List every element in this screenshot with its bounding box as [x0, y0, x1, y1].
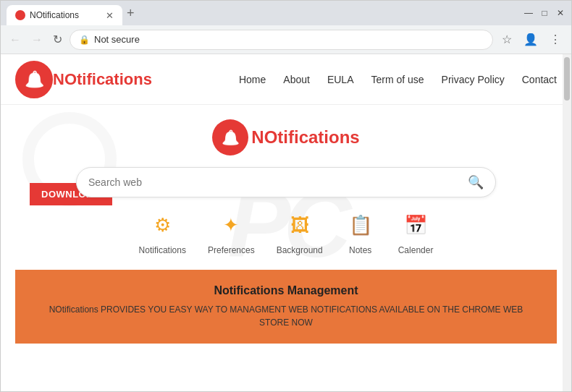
calender-icon: 📅: [400, 209, 432, 241]
menu-button[interactable]: ⋮: [545, 30, 565, 49]
security-icon: 🔒: [79, 35, 90, 45]
nav-item-home[interactable]: Home: [239, 73, 266, 86]
nav-link-privacy[interactable]: Privacy Policy: [442, 74, 505, 85]
tab-bar: NOtifications ✕ +: [7, 1, 139, 25]
quick-links: ⚙ Notifications ✦ Preferences 🖼 Backgrou…: [139, 209, 434, 255]
main-area: PC NOtifications DOWNLOAD 🔍 ⚙ Notifi: [1, 105, 571, 344]
back-button[interactable]: ←: [7, 30, 24, 49]
nav-link-eula[interactable]: EULA: [327, 74, 354, 85]
notes-icon: 📋: [345, 209, 377, 241]
profile-button[interactable]: 👤: [519, 30, 542, 49]
quick-link-calender[interactable]: 📅 Calender: [398, 209, 434, 255]
logo-icon: [15, 61, 53, 98]
background-label: Background: [277, 245, 323, 255]
search-icon-button[interactable]: 🔍: [468, 174, 484, 190]
site-logo: NOtifications: [15, 61, 152, 98]
maximize-button[interactable]: □: [539, 8, 550, 18]
not-secure-label: Not secure: [94, 34, 484, 45]
close-button[interactable]: ✕: [555, 8, 565, 18]
center-logo: NOtifications: [212, 119, 359, 155]
tab-close-button[interactable]: ✕: [106, 10, 114, 21]
nav-item-privacy[interactable]: Privacy Policy: [442, 73, 505, 86]
search-bar[interactable]: 🔍: [76, 167, 496, 197]
address-bar-input[interactable]: 🔒 Not secure: [70, 30, 493, 50]
quick-link-notifications[interactable]: ⚙ Notifications: [139, 209, 186, 255]
center-logo-black: tifications: [277, 127, 359, 147]
active-tab[interactable]: NOtifications ✕: [7, 5, 122, 25]
nav-item-eula[interactable]: EULA: [327, 73, 354, 86]
nav-item-terms[interactable]: Term of use: [371, 73, 424, 86]
search-input[interactable]: [88, 176, 468, 188]
window-controls: — □ ✕: [523, 8, 565, 18]
minimize-button[interactable]: —: [523, 8, 534, 18]
scrollbar-thumb[interactable]: [564, 57, 570, 101]
preferences-label: Preferences: [208, 245, 255, 255]
nav-links: Home About EULA Term of use Privacy Poli…: [239, 73, 557, 86]
forward-button[interactable]: →: [28, 30, 46, 49]
notifications-label: Notifications: [139, 245, 186, 255]
preferences-icon: ✦: [215, 209, 247, 241]
banner-text: NOtifications PROVIDES YOU EASY WAY TO M…: [37, 303, 535, 329]
main-nav: Home About EULA Term of use Privacy Poli…: [239, 73, 557, 86]
promo-banner: Notifications Management NOtifications P…: [15, 270, 557, 344]
logo-black-text: tifications: [77, 70, 152, 88]
toolbar-right: ☆ 👤 ⋮: [497, 30, 565, 49]
calender-label: Calender: [398, 245, 434, 255]
title-bar: NOtifications ✕ + — □ ✕: [1, 1, 571, 25]
browser-window: NOtifications ✕ + — □ ✕ ← → ↻ 🔒 Not secu…: [0, 0, 572, 392]
bookmark-button[interactable]: ☆: [497, 30, 516, 49]
scrollbar[interactable]: [563, 54, 571, 391]
background-icon: 🖼: [284, 209, 316, 241]
center-logo-red: NO: [251, 127, 277, 147]
page-content: NOtifications Home About EULA Term of us…: [1, 54, 571, 391]
nav-item-about[interactable]: About: [283, 73, 310, 86]
address-bar: ← → ↻ 🔒 Not secure ☆ 👤 ⋮: [1, 25, 571, 54]
nav-link-about[interactable]: About: [283, 74, 310, 85]
quick-link-notes[interactable]: 📋 Notes: [345, 209, 377, 255]
nav-item-contact[interactable]: Contact: [522, 73, 557, 86]
banner-title: Notifications Management: [37, 284, 535, 297]
nav-link-contact[interactable]: Contact: [522, 74, 557, 85]
quick-link-background[interactable]: 🖼 Background: [277, 209, 323, 255]
nav-link-home[interactable]: Home: [239, 74, 266, 85]
center-logo-text: NOtifications: [251, 127, 359, 148]
site-nav: NOtifications Home About EULA Term of us…: [1, 54, 571, 105]
nav-link-terms[interactable]: Term of use: [371, 74, 424, 85]
logo-red-text: NO: [53, 70, 77, 88]
notes-label: Notes: [349, 245, 371, 255]
notifications-icon: ⚙: [146, 209, 178, 241]
center-logo-icon: [212, 119, 248, 155]
tab-title: NOtifications: [30, 10, 79, 20]
quick-link-preferences[interactable]: ✦ Preferences: [208, 209, 255, 255]
tab-favicon: [15, 10, 25, 20]
new-tab-button[interactable]: +: [122, 6, 139, 21]
logo-text: NOtifications: [53, 70, 152, 89]
refresh-button[interactable]: ↻: [50, 30, 65, 49]
